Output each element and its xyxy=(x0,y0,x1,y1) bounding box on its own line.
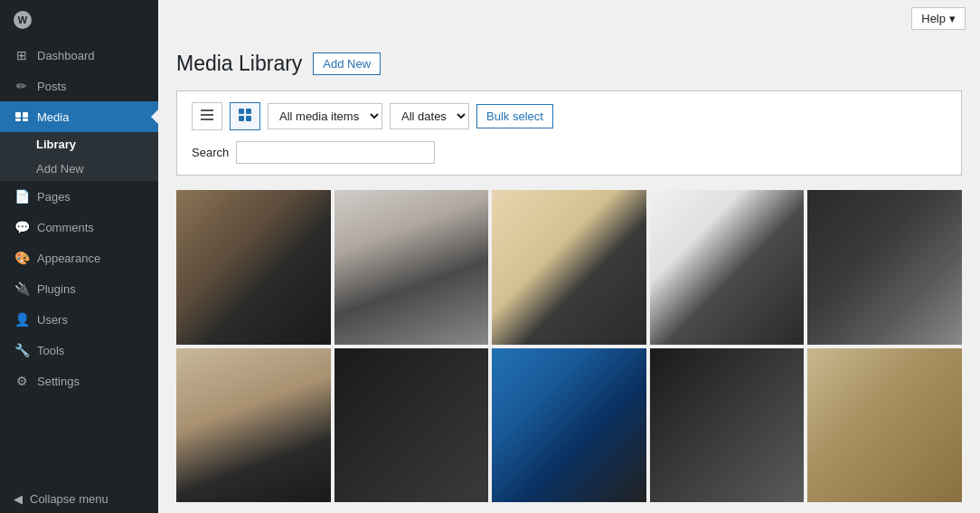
svg-rect-2 xyxy=(15,119,21,121)
media-item[interactable] xyxy=(176,190,331,345)
help-button[interactable]: Help ▾ xyxy=(911,7,966,30)
filter-media-select[interactable]: All media items xyxy=(268,103,382,129)
help-chevron-icon: ▾ xyxy=(949,12,956,25)
svg-rect-10 xyxy=(246,116,251,121)
sidebar-item-label: Plugins xyxy=(37,282,76,296)
media-item[interactable] xyxy=(176,348,331,503)
sidebar-item-label: Users xyxy=(37,313,68,327)
svg-rect-4 xyxy=(201,109,213,111)
sidebar-item-label: Settings xyxy=(37,375,80,388)
sidebar-item-label: Posts xyxy=(37,80,67,93)
sidebar-item-label: Dashboard xyxy=(37,49,95,62)
sidebar-item-comments[interactable]: 💬 Comments xyxy=(0,212,158,242)
content-area: Media Library Add New xyxy=(158,37,980,513)
svg-rect-7 xyxy=(239,109,244,114)
main-content: Help ▾ Media Library Add New xyxy=(158,0,980,513)
media-item[interactable] xyxy=(335,348,489,503)
svg-rect-0 xyxy=(15,112,21,118)
list-view-icon xyxy=(200,108,214,125)
sidebar-item-dashboard[interactable]: ⊞ Dashboard xyxy=(0,40,158,71)
settings-icon: ⚙ xyxy=(14,373,30,389)
media-grid xyxy=(176,190,962,502)
sidebar-item-label: Media xyxy=(37,110,69,124)
grid-view-button[interactable] xyxy=(230,102,260,130)
svg-rect-8 xyxy=(246,109,251,114)
collapse-menu[interactable]: ◀ Collapse menu xyxy=(0,485,158,513)
help-label: Help xyxy=(921,12,946,25)
sidebar-item-label: Appearance xyxy=(37,252,100,265)
add-new-button[interactable]: Add New xyxy=(313,52,381,75)
media-item[interactable] xyxy=(650,190,805,345)
media-item[interactable] xyxy=(492,348,646,503)
collapse-arrow-icon: ◀ xyxy=(14,492,23,506)
media-item[interactable] xyxy=(492,190,646,345)
media-submenu: Library Add New xyxy=(0,132,158,181)
sidebar-item-label: Pages xyxy=(37,190,71,204)
sidebar-submenu-library[interactable]: Library xyxy=(0,132,158,157)
add-new-label: Add New xyxy=(36,162,84,176)
svg-rect-1 xyxy=(23,112,28,118)
posts-icon: ✏ xyxy=(14,78,30,94)
dashboard-icon: ⊞ xyxy=(14,47,30,63)
sidebar-item-tools[interactable]: 🔧 Tools xyxy=(0,335,158,366)
pages-icon: 📄 xyxy=(14,188,30,204)
search-input[interactable] xyxy=(236,141,435,164)
sidebar-item-appearance[interactable]: 🎨 Appearance xyxy=(0,242,158,273)
svg-rect-6 xyxy=(201,119,213,120)
media-toolbar: All media items All dates Bulk select Se… xyxy=(176,90,962,176)
media-icon xyxy=(14,109,30,125)
sidebar-item-posts[interactable]: ✏ Posts xyxy=(0,71,158,101)
page-title: Media Library xyxy=(176,52,302,76)
collapse-label: Collapse menu xyxy=(30,492,108,506)
plugins-icon: 🔌 xyxy=(14,280,30,297)
search-label: Search xyxy=(192,146,229,159)
wordpress-icon: W xyxy=(14,11,32,29)
list-view-button[interactable] xyxy=(192,102,222,130)
sidebar: W ⊞ Dashboard ✏ Posts Media Library Add … xyxy=(0,0,158,513)
sidebar-item-media[interactable]: Media xyxy=(0,101,158,132)
tools-icon: 🔧 xyxy=(14,342,30,358)
topbar: Help ▾ xyxy=(158,0,980,37)
appearance-icon: 🎨 xyxy=(14,250,30,266)
users-icon: 👤 xyxy=(14,311,30,328)
search-row: Search xyxy=(192,141,947,164)
sidebar-item-users[interactable]: 👤 Users xyxy=(0,304,158,335)
sidebar-item-label: Tools xyxy=(37,344,64,357)
library-label: Library xyxy=(36,138,76,151)
sidebar-item-pages[interactable]: 📄 Pages xyxy=(0,181,158,212)
media-item[interactable] xyxy=(335,190,489,345)
filter-dates-select[interactable]: All dates xyxy=(390,103,469,129)
page-header: Media Library Add New xyxy=(176,52,962,76)
sidebar-logo: W xyxy=(0,0,158,40)
media-item[interactable] xyxy=(807,190,962,345)
toolbar-row-filters: All media items All dates Bulk select xyxy=(192,102,947,130)
svg-rect-5 xyxy=(201,114,213,116)
media-item[interactable] xyxy=(650,348,805,503)
svg-rect-3 xyxy=(23,119,28,121)
media-item[interactable] xyxy=(807,348,962,503)
bulk-select-button[interactable]: Bulk select xyxy=(476,104,553,128)
grid-view-icon xyxy=(238,108,252,125)
sidebar-item-label: Comments xyxy=(37,221,94,234)
sidebar-submenu-add-new[interactable]: Add New xyxy=(0,157,158,181)
svg-rect-9 xyxy=(239,116,244,121)
sidebar-item-settings[interactable]: ⚙ Settings xyxy=(0,366,158,396)
comments-icon: 💬 xyxy=(14,219,30,235)
sidebar-item-plugins[interactable]: 🔌 Plugins xyxy=(0,273,158,304)
